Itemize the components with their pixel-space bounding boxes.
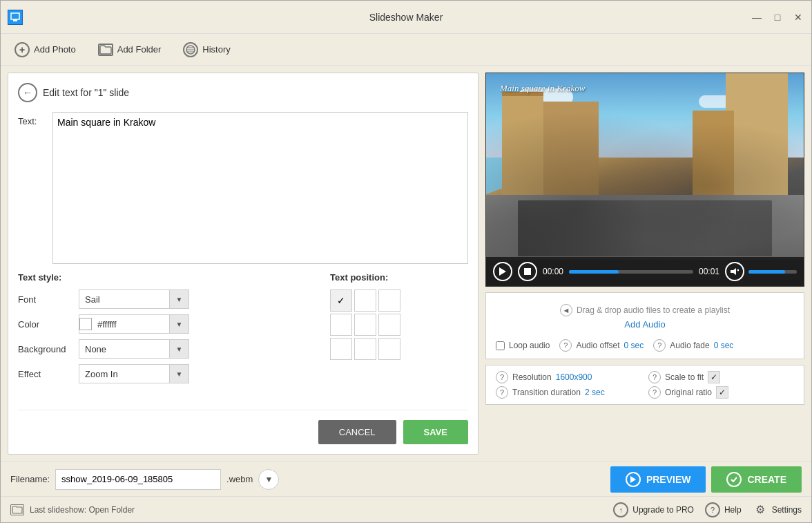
add-photo-icon: + xyxy=(14,42,30,57)
pos-cell-top-left[interactable]: ✓ xyxy=(330,289,352,312)
minimize-button[interactable]: — xyxy=(751,11,763,23)
audio-fade-help-icon[interactable]: ? xyxy=(653,339,666,352)
svg-rect-7 xyxy=(524,268,531,275)
font-row: Font Sail ▼ xyxy=(18,289,316,309)
scale-help-icon[interactable]: ? xyxy=(648,371,661,383)
text-area-row: Text: Main square in Krakow xyxy=(18,112,468,264)
help-icon: ? xyxy=(705,502,720,517)
pos-cell-bot-right[interactable] xyxy=(378,338,400,360)
pos-cell-mid-left[interactable] xyxy=(330,314,352,336)
volume-container xyxy=(725,262,797,281)
preview-label: PREVIEW xyxy=(646,474,691,485)
audio-offset-help-icon[interactable]: ? xyxy=(559,339,572,352)
settings-gear-icon: ⚙ xyxy=(753,502,768,517)
right-panel: Main square in Krakow 00:00 00:01 xyxy=(485,73,804,455)
text-input[interactable]: Main square in Krakow xyxy=(52,112,468,264)
svg-marker-11 xyxy=(630,476,636,483)
add-folder-icon xyxy=(98,44,113,56)
volume-bar[interactable] xyxy=(748,270,797,274)
ratio-help-icon[interactable]: ? xyxy=(648,386,661,399)
ratio-checkbox[interactable]: ✓ xyxy=(716,386,728,399)
pos-cell-mid-right[interactable] xyxy=(378,314,400,336)
color-dropdown-arrow: ▼ xyxy=(169,315,188,333)
scale-checkbox[interactable]: ✓ xyxy=(708,371,720,383)
audio-fade-row: ? Audio fade 0 sec xyxy=(653,339,733,352)
video-text-overlay: Main square in Krakow xyxy=(500,83,585,94)
pos-cell-top-right[interactable] xyxy=(378,289,400,312)
color-select[interactable]: #ffffff ▼ xyxy=(79,314,189,334)
transition-row: ? Transition duration 2 sec xyxy=(496,386,641,399)
upgrade-icon: ↑ xyxy=(613,502,628,517)
pos-cell-bot-left[interactable] xyxy=(330,338,352,360)
main-toolbar: + Add Photo Add Folder History xyxy=(1,34,811,66)
audio-fade-value[interactable]: 0 sec xyxy=(714,341,734,350)
transition-value[interactable]: 2 sec xyxy=(585,388,605,397)
back-button[interactable]: ← xyxy=(18,83,37,102)
titlebar: Slideshow Maker — □ ✕ xyxy=(1,1,811,34)
save-button[interactable]: SAVE xyxy=(403,420,468,444)
action-buttons: PREVIEW CREATE xyxy=(610,466,802,493)
video-preview: Main square in Krakow 00:00 00:01 xyxy=(485,73,804,287)
close-button[interactable]: ✕ xyxy=(792,11,804,23)
audio-section: ◄ Drag & drop audio files to create a pl… xyxy=(485,292,804,359)
original-ratio-row: ? Original ratio ✓ xyxy=(648,386,794,399)
color-label: Color xyxy=(18,319,73,330)
pos-cell-mid-center[interactable] xyxy=(354,314,376,336)
pos-cell-bot-center[interactable] xyxy=(354,338,376,360)
background-select[interactable]: None ▼ xyxy=(79,339,189,359)
resolution-value[interactable]: 1600x900 xyxy=(556,372,592,382)
create-label: CREATE xyxy=(747,474,786,485)
upgrade-label: Upgrade to PRO xyxy=(632,505,694,515)
cancel-button[interactable]: CANCEL xyxy=(318,420,396,444)
resolution-help-icon[interactable]: ? xyxy=(496,371,508,383)
pos-cell-top-center[interactable] xyxy=(354,289,376,312)
create-check-icon xyxy=(726,472,742,487)
scale-to-fit-row: ? Scale to fit ✓ xyxy=(648,371,794,383)
audio-drop-text: Drag & drop audio files to create a play… xyxy=(577,305,730,315)
mute-button[interactable] xyxy=(725,262,744,281)
help-button[interactable]: ? Help xyxy=(705,502,742,517)
effect-select[interactable]: Zoom In ▼ xyxy=(79,364,189,383)
settings-button[interactable]: ⚙ Settings xyxy=(753,502,802,517)
upgrade-button[interactable]: ↑ Upgrade to PRO xyxy=(613,502,694,517)
resolution-label: Resolution xyxy=(512,372,552,382)
create-button[interactable]: CREATE xyxy=(711,466,802,493)
video-controls: 00:00 00:01 xyxy=(486,257,804,286)
audio-options: Loop audio ? Audio offset 0 sec ? Audio … xyxy=(496,339,794,352)
progress-bar[interactable] xyxy=(569,270,693,274)
ratio-label: Original ratio xyxy=(665,388,712,397)
add-audio-link[interactable]: Add Audio xyxy=(496,319,794,330)
effect-value: Zoom In xyxy=(79,369,169,379)
svg-marker-6 xyxy=(499,267,506,276)
filename-input[interactable] xyxy=(55,469,221,490)
add-photo-button[interactable]: + Add Photo xyxy=(10,39,80,60)
add-folder-button[interactable]: Add Folder xyxy=(94,41,166,59)
scale-label: Scale to fit xyxy=(665,372,704,382)
stop-button[interactable] xyxy=(518,262,537,281)
loop-audio-label: Loop audio xyxy=(509,341,550,350)
font-dropdown-arrow: ▼ xyxy=(169,290,188,308)
effect-dropdown-arrow: ▼ xyxy=(169,365,188,383)
last-slideshow-label[interactable]: Last slideshow: Open Folder xyxy=(30,505,135,515)
progress-fill xyxy=(569,270,619,274)
preview-button[interactable]: PREVIEW xyxy=(610,466,706,493)
main-content: ← Edit text for "1" slide Text: Main squ… xyxy=(1,66,811,462)
add-folder-label: Add Folder xyxy=(117,44,162,55)
scene-overlay xyxy=(486,73,804,260)
history-button[interactable]: History xyxy=(179,39,234,60)
play-button[interactable] xyxy=(493,262,512,281)
audio-offset-row: ? Audio offset 0 sec xyxy=(559,339,644,352)
font-select[interactable]: Sail ▼ xyxy=(79,289,189,309)
transition-help-icon[interactable]: ? xyxy=(496,386,508,399)
text-style-title: Text style: xyxy=(18,272,316,283)
resolution-row: ? Resolution 1600x900 xyxy=(496,371,641,383)
effect-row: Effect Zoom In ▼ xyxy=(18,364,316,383)
loop-audio-checkbox[interactable] xyxy=(496,341,505,350)
settings-section: ? Resolution 1600x900 ? Scale to fit ✓ ?… xyxy=(485,365,804,405)
footer-right: ↑ Upgrade to PRO ? Help ⚙ Settings xyxy=(613,502,802,517)
maximize-button[interactable]: □ xyxy=(771,11,784,23)
audio-offset-value[interactable]: 0 sec xyxy=(624,341,644,350)
format-dropdown[interactable]: ▼ xyxy=(258,469,279,490)
time-current: 00:00 xyxy=(543,267,563,276)
titlebar-left xyxy=(8,10,23,25)
